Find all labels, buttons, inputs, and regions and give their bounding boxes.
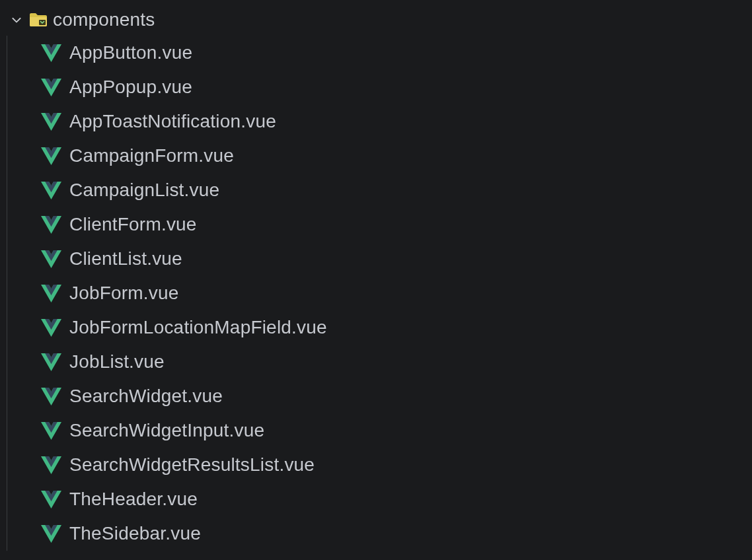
file-label: CampaignList.vue xyxy=(69,180,219,201)
file-thesidebar[interactable]: TheSidebar.vue xyxy=(7,516,752,551)
file-clientlist[interactable]: ClientList.vue xyxy=(7,242,752,276)
file-label: AppPopup.vue xyxy=(69,77,192,98)
vue-icon xyxy=(40,44,61,62)
file-tree: components AppButton.vue AppPopup.vue Ap… xyxy=(0,4,752,551)
vue-icon xyxy=(40,181,61,199)
vue-icon xyxy=(40,215,61,234)
file-clientform[interactable]: ClientForm.vue xyxy=(7,207,752,242)
file-searchwidgetinput[interactable]: SearchWidgetInput.vue xyxy=(7,413,752,448)
vue-icon xyxy=(40,456,61,474)
file-label: AppButton.vue xyxy=(69,42,192,63)
file-theheader[interactable]: TheHeader.vue xyxy=(7,482,752,516)
vue-icon xyxy=(40,318,61,337)
file-label: TheSidebar.vue xyxy=(69,523,201,544)
vue-icon xyxy=(40,353,61,371)
file-label: SearchWidget.vue xyxy=(69,386,223,407)
vue-icon xyxy=(40,284,61,302)
file-searchwidget[interactable]: SearchWidget.vue xyxy=(7,379,752,413)
file-appbutton[interactable]: AppButton.vue xyxy=(7,36,752,70)
file-label: ClientList.vue xyxy=(69,248,182,269)
file-label: JobForm.vue xyxy=(69,283,179,304)
vue-icon xyxy=(40,421,61,440)
vue-icon xyxy=(40,490,61,508)
file-label: ClientForm.vue xyxy=(69,214,197,235)
file-label: SearchWidgetResultsList.vue xyxy=(69,454,315,475)
file-label: JobFormLocationMapField.vue xyxy=(69,317,327,338)
file-label: JobList.vue xyxy=(69,351,165,372)
file-jobformlocationmapfield[interactable]: JobFormLocationMapField.vue xyxy=(7,310,752,345)
vue-icon xyxy=(40,524,61,543)
folder-components[interactable]: components xyxy=(0,4,752,36)
file-apppopup[interactable]: AppPopup.vue xyxy=(7,70,752,104)
file-jobform[interactable]: JobForm.vue xyxy=(7,276,752,310)
file-searchwidgetresultslist[interactable]: SearchWidgetResultsList.vue xyxy=(7,448,752,482)
file-campaignform[interactable]: CampaignForm.vue xyxy=(7,139,752,173)
file-list: AppButton.vue AppPopup.vue AppToastNotif… xyxy=(7,36,752,551)
file-apptoastnotification[interactable]: AppToastNotification.vue xyxy=(7,104,752,139)
vue-icon xyxy=(40,78,61,96)
file-label: AppToastNotification.vue xyxy=(69,111,276,132)
folder-label: components xyxy=(53,9,155,30)
file-label: TheHeader.vue xyxy=(69,489,198,510)
folder-icon xyxy=(29,11,48,29)
vue-icon xyxy=(40,112,61,131)
vue-icon xyxy=(40,147,61,165)
file-joblist[interactable]: JobList.vue xyxy=(7,345,752,379)
vue-icon xyxy=(40,250,61,268)
file-campaignlist[interactable]: CampaignList.vue xyxy=(7,173,752,207)
file-label: SearchWidgetInput.vue xyxy=(69,420,264,441)
file-label: CampaignForm.vue xyxy=(69,145,234,166)
chevron-down-icon xyxy=(9,13,24,27)
vue-icon xyxy=(40,387,61,405)
